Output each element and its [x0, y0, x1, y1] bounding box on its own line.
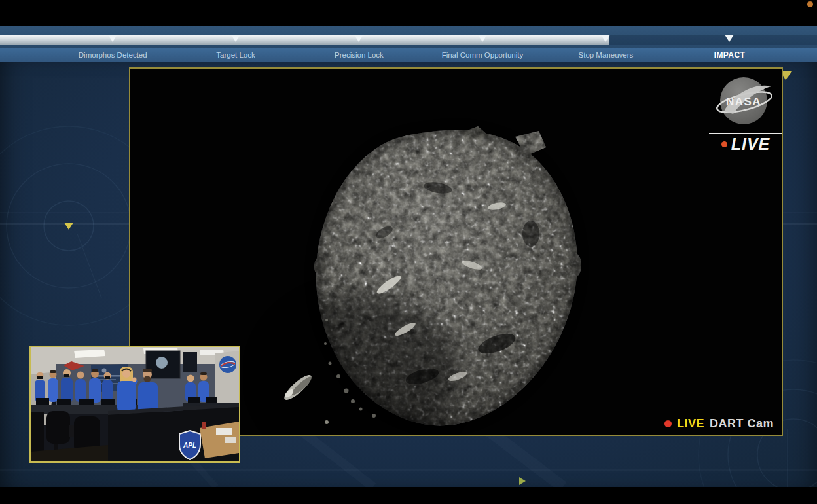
timeline-label-band: Dimorphos DetectedTarget LockPrecision L… — [0, 48, 817, 62]
svg-text:NASA: NASA — [726, 96, 761, 108]
nasa-live-bug: NASA LIVE — [709, 70, 782, 153]
milestone-marker-3 — [478, 35, 487, 42]
live-bug-label: LIVE — [731, 135, 771, 154]
milestone-label-3: Final Comm Opportunity — [442, 51, 524, 59]
milestone-marker-0 — [108, 35, 117, 42]
hud-play-triangle-icon — [519, 477, 526, 485]
mission-control-scene: APL — [31, 347, 239, 461]
live-dot-icon — [721, 141, 727, 147]
milestone-label-2: Precision Lock — [335, 51, 384, 59]
milestone-label-5: IMPACT — [714, 50, 746, 60]
timeline-progress-bar — [0, 26, 817, 48]
timeline-progress-fill — [0, 35, 609, 45]
milestone-label-1: Target Lock — [216, 51, 255, 59]
mission-control-pip: APL — [29, 346, 240, 463]
caption-camera-label: DART Cam — [710, 417, 774, 431]
milestone-marker-2 — [354, 35, 363, 42]
milestone-label-4: Stop Maneuvers — [579, 51, 634, 59]
nasa-meatball-logo-icon: NASA — [717, 73, 774, 128]
camera-caption: LIVE DART Cam — [664, 417, 774, 431]
milestone-marker-4 — [601, 35, 610, 42]
broadcast-screen: Dimorphos DetectedTarget LockPrecision L… — [0, 0, 817, 504]
stream-record-dot-icon — [807, 1, 813, 7]
milestone-marker-5 — [725, 35, 734, 42]
milestone-marker-1 — [231, 35, 240, 42]
apl-logo-label: APL — [183, 442, 196, 449]
caption-live-label: LIVE — [677, 417, 704, 431]
record-dot-icon — [664, 420, 672, 427]
hud-target-triangle-icon — [64, 223, 73, 230]
milestone-label-0: Dimorphos Detected — [79, 51, 147, 59]
